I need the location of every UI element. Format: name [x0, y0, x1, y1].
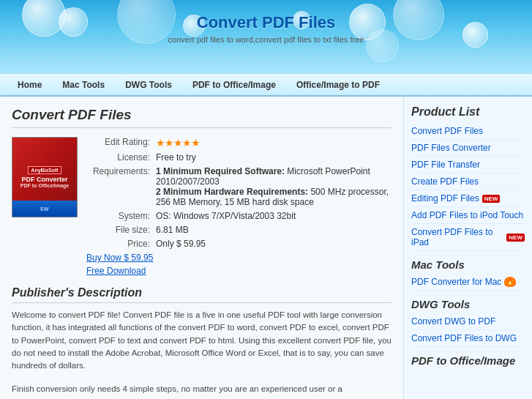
nav-dwg-tools[interactable]: DWG Tools: [115, 76, 182, 94]
stars: ★★★★★: [156, 137, 200, 149]
new-badge-ipad: NEW: [506, 234, 525, 242]
main-content: Convert PDF Files AnyBizSoft PDF Convert…: [0, 97, 404, 399]
sidebar-item-dwg-to-pdf[interactable]: Convert DWG to PDF: [411, 313, 525, 330]
publisher-text1: Welcome to convert PDF file! Convert PDF…: [12, 309, 391, 372]
publisher-title: Publisher's Description: [12, 286, 391, 303]
sidebar-title: Product List: [411, 105, 525, 119]
filesize-value: 6.81 MB: [156, 225, 189, 235]
page-layout: Convert PDF Files AnyBizSoft PDF Convert…: [0, 97, 532, 399]
sidebar-item-pdf-converter[interactable]: PDF Files Converter: [411, 140, 525, 157]
sidebar-item-create-pdf[interactable]: Create PDF Files: [411, 174, 525, 190]
requirements-label: Requirements:: [86, 166, 156, 207]
product-stripe: EW: [12, 201, 77, 217]
sidebar-item-editing-pdf[interactable]: Editing PDF Files NEW: [411, 190, 525, 207]
publisher-section: Publisher's Description Welcome to conve…: [12, 286, 391, 399]
pdf-office-section: PDF to Office/Image: [411, 354, 525, 367]
product-section: AnyBizSoft PDF Converter PDF to Office/I…: [12, 137, 391, 276]
mac-tools-section: Mac Tools: [411, 258, 525, 271]
product-subtitle: PDF to Office/Image: [20, 183, 70, 188]
site-title: Convert PDF Files: [0, 13, 532, 32]
publisher-text2: Finish conversion only needs 4 simple st…: [12, 383, 391, 399]
sidebar-item-pdf-converter-mac[interactable]: PDF Converter for Mac 🔥: [411, 274, 525, 291]
product-title: PDF Converter: [21, 176, 67, 184]
req1-bold: 1 Minimum Required Software:: [156, 166, 285, 176]
rating-label: Edit Rating:: [86, 137, 156, 149]
product-details: Edit Rating: ★★★★★ License: Free to try …: [86, 137, 391, 276]
product-image: AnyBizSoft PDF Converter PDF to Office/I…: [12, 137, 78, 217]
page-title: Convert PDF Files: [12, 107, 391, 128]
price-value: Only $ 59.95: [156, 239, 206, 249]
system-value: OS: Windows 7/XP/Vista/2003 32bit: [156, 211, 296, 221]
price-row: Price: Only $ 59.95: [86, 239, 391, 249]
free-download-link[interactable]: Free Download: [86, 266, 391, 276]
sidebar-item-ipod[interactable]: Add PDF Files to iPod Touch: [411, 207, 525, 224]
nav-home[interactable]: Home: [7, 76, 52, 94]
new-badge: NEW: [482, 195, 501, 203]
system-label: System:: [86, 211, 156, 221]
price-label: Price:: [86, 239, 156, 249]
requirements-value: 1 Minimum Required Software: Microsoft P…: [156, 166, 391, 207]
filesize-label: File size:: [86, 225, 156, 235]
header: Convert PDF Files convert pdf files to w…: [0, 0, 532, 73]
rating-row: Edit Rating: ★★★★★: [86, 137, 391, 149]
req2-bold: 2 Minimum Hardware Requirements:: [156, 187, 308, 197]
sidebar-item-ipad[interactable]: Convert PDF Files to iPad NEW: [411, 224, 525, 251]
nav-pdf-to-office[interactable]: PDF to Office/Image: [182, 76, 286, 94]
sidebar: Product List Convert PDF Files PDF Files…: [404, 97, 532, 399]
sidebar-item-pdf-transfer[interactable]: PDF File Transfer: [411, 157, 525, 174]
navigation: Home Mac Tools DWG Tools PDF to Office/I…: [0, 73, 532, 97]
license-value: Free to try: [156, 152, 196, 163]
nav-mac-tools[interactable]: Mac Tools: [52, 76, 115, 94]
product-logo: AnyBizSoft: [28, 166, 61, 174]
sidebar-item-convert-pdf[interactable]: Convert PDF Files: [411, 123, 525, 140]
license-row: License: Free to try: [86, 152, 391, 163]
dwg-tools-section: DWG Tools: [411, 298, 525, 310]
hot-badge: 🔥: [504, 277, 516, 287]
filesize-row: File size: 6.81 MB: [86, 225, 391, 235]
sidebar-item-pdf-to-dwg[interactable]: Convert PDF Files to DWG: [411, 330, 525, 347]
site-subtitle: convert pdf files to word,convert pdf fi…: [0, 35, 532, 44]
nav-office-to-pdf[interactable]: Office/Image to PDF: [286, 76, 390, 94]
requirements-row: Requirements: 1 Minimum Required Softwar…: [86, 166, 391, 207]
buy-now-link[interactable]: Buy Now $ 59.95: [86, 253, 391, 263]
system-row: System: OS: Windows 7/XP/Vista/2003 32bi…: [86, 211, 391, 221]
license-label: License:: [86, 152, 156, 163]
